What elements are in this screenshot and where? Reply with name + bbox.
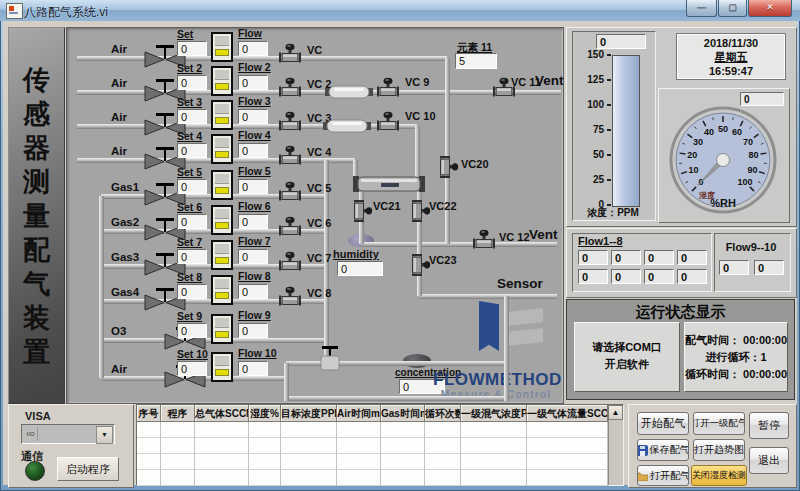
table-cell	[381, 470, 425, 486]
table-cell	[461, 470, 527, 486]
status-message-line2: 开启软件	[575, 356, 679, 373]
vc-valve-icon[interactable]	[277, 43, 303, 65]
open-primary-gas-button[interactable]: 打开一级配气	[693, 412, 745, 435]
vc-valve-icon[interactable]	[277, 251, 303, 273]
gas-label: Air	[111, 111, 127, 123]
save-gas-button[interactable]: 保存配气	[637, 439, 689, 461]
element11-input[interactable]: 5	[455, 53, 497, 69]
set-label: Set 10	[177, 348, 208, 360]
svg-text:%RH: %RH	[710, 197, 736, 209]
set-input-5[interactable]: 0	[177, 179, 207, 194]
exit-button[interactable]: 退出	[749, 447, 789, 474]
vent-mid-label: Vent	[529, 227, 558, 242]
table-header-2: 程序	[161, 405, 195, 422]
close-humidity-detect-button[interactable]: 关闭湿度检测	[691, 465, 747, 486]
clock-weekday: 星期五	[677, 50, 785, 64]
table-cell	[381, 454, 425, 470]
table-scrollbar[interactable]: ▲	[608, 405, 623, 485]
set-input-9[interactable]: 0	[177, 323, 207, 338]
table-cell	[461, 438, 527, 454]
sidebar-banner: 传感器测量配气装置	[8, 27, 65, 404]
datetime-display: 2018/11/30 星期五 16:59:47	[676, 33, 786, 80]
svg-text:100: 100	[737, 177, 752, 187]
meter-tick	[607, 79, 611, 81]
table-cell	[425, 438, 461, 454]
pipe	[445, 58, 450, 244]
flow-readout-3: 0	[644, 250, 674, 265]
meter-tick	[607, 54, 611, 56]
set-label: Set 3	[177, 96, 202, 108]
concentration-meter-tube	[612, 55, 640, 207]
vc-valve-icon[interactable]	[435, 154, 459, 180]
vc-valve-icon[interactable]	[349, 198, 373, 224]
flowmethod-logo-icon	[479, 299, 499, 353]
table-cell	[249, 470, 281, 486]
meter-tick-label: 50	[578, 149, 604, 160]
svg-text:40: 40	[704, 127, 714, 137]
set-input-10[interactable]: 0	[177, 361, 207, 376]
minimize-button[interactable]: —	[686, 0, 717, 17]
title-bar: 八路配气系统.vi — ▢ ✕	[0, 0, 800, 21]
table-cell	[137, 470, 161, 486]
humidity-gauge: 0102030405060708090100湿度%RH	[658, 88, 788, 221]
vc-valve-label: VC 5	[307, 182, 331, 194]
vc-valve-icon[interactable]	[471, 229, 497, 251]
table-row	[137, 422, 608, 438]
cycle-count: 进行循环：1	[685, 349, 787, 366]
flow-display-4: 0	[238, 143, 268, 158]
vc-valve-label: VC 4	[307, 146, 331, 158]
set-input-7[interactable]: 0	[177, 249, 207, 264]
table-cell	[161, 470, 195, 486]
set-input-6[interactable]: 0	[177, 214, 207, 229]
flow-display-2: 0	[238, 75, 268, 90]
table-cell	[195, 422, 249, 438]
set-input-4[interactable]: 0	[177, 143, 207, 158]
table-cell	[137, 422, 161, 438]
dropdown-arrow-icon[interactable]: ▼	[96, 426, 113, 444]
table-cell	[161, 454, 195, 470]
start-gas-button[interactable]: 开始配气	[637, 412, 689, 435]
flow-display-6: 0	[238, 214, 268, 229]
table-header-1: 序号	[137, 405, 161, 422]
vc-valve-icon[interactable]	[407, 252, 431, 278]
gas-label: Gas4	[111, 286, 139, 298]
table-cell	[195, 470, 249, 486]
set-input-8[interactable]: 0	[177, 284, 207, 299]
vc-valve-icon[interactable]	[277, 111, 303, 133]
start-program-button[interactable]: 启动程序	[57, 457, 119, 481]
vc-valve-icon[interactable]	[277, 145, 303, 167]
svg-text:30: 30	[693, 137, 703, 147]
vc-valve-icon[interactable]	[375, 77, 401, 99]
table-cell	[337, 422, 381, 438]
meter-tick-label: 100	[578, 99, 604, 110]
set-input-2[interactable]: 0	[177, 75, 207, 90]
window-title: 八路配气系统.vi	[24, 4, 108, 21]
vc-valve-icon[interactable]	[277, 77, 303, 99]
vc-valve-label: VC 9	[405, 76, 429, 88]
vc-valve-icon[interactable]	[277, 181, 303, 203]
gas-label: Gas1	[111, 181, 139, 193]
table-row	[137, 454, 608, 470]
meter-tick-label: 0	[578, 199, 604, 210]
vc-valve-icon[interactable]	[375, 111, 401, 133]
visa-resource-combo[interactable]: I/O ▼	[21, 424, 115, 444]
set-input-1[interactable]: 0	[177, 41, 207, 56]
vc-valve-icon[interactable]	[407, 198, 431, 224]
open-trend-button[interactable]: 打开趋势图	[693, 439, 745, 461]
set-label: Set 6	[177, 201, 202, 213]
set-label: Set 7	[177, 236, 202, 248]
close-button[interactable]: ✕	[748, 0, 792, 17]
set-input-3[interactable]: 0	[177, 109, 207, 124]
mass-flow-controller-icon	[211, 314, 233, 344]
flow-display-5: 0	[238, 179, 268, 194]
vc-valve-label: VC21	[373, 200, 401, 212]
table-cell	[249, 454, 281, 470]
vc-valve-icon[interactable]	[277, 286, 303, 308]
pause-button[interactable]: 暂停	[749, 412, 789, 439]
maximize-button[interactable]: ▢	[718, 0, 747, 17]
sidebar-char: 器	[23, 131, 50, 165]
open-gas-button[interactable]: 打开配气	[637, 465, 689, 486]
vc-valve-icon[interactable]	[277, 216, 303, 238]
scroll-up-icon[interactable]: ▲	[608, 405, 623, 420]
table-cell	[137, 438, 161, 454]
